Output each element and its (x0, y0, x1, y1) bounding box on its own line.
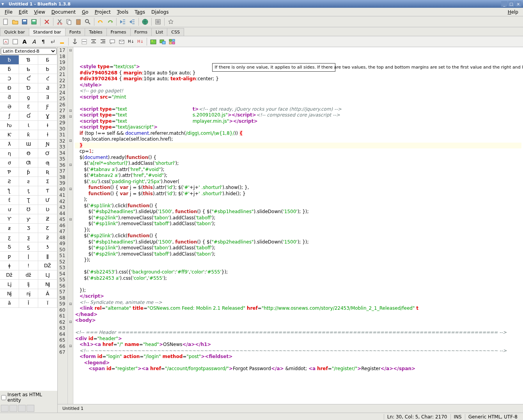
menu-edit[interactable]: Edit (16, 9, 31, 16)
char-cell[interactable]: Ǝ (38, 93, 57, 102)
char-cell[interactable]: ǂ (0, 261, 19, 270)
char-cell[interactable]: Ɗ (19, 83, 38, 92)
char-cell[interactable]: Ƈ (19, 74, 38, 83)
char-cell[interactable]: ƒ (0, 111, 19, 120)
nbsp-icon[interactable] (58, 37, 66, 46)
center-icon[interactable] (89, 37, 98, 46)
char-cell[interactable]: ƍ (19, 93, 38, 102)
char-cell[interactable]: Ƹ (38, 224, 57, 233)
char-cell[interactable]: ǀ (19, 252, 38, 261)
cut-icon[interactable] (55, 18, 64, 26)
char-cell[interactable]: Ǎ (38, 289, 57, 298)
charset-select[interactable]: Latin Extended-B (1, 48, 57, 55)
tab-css[interactable]: CSS (167, 28, 184, 36)
find-icon[interactable] (83, 18, 92, 26)
char-cell[interactable]: Ʊ (19, 205, 38, 214)
char-cell[interactable]: ƙ (19, 130, 38, 139)
char-cell[interactable]: ǈ (0, 280, 19, 289)
char-cell[interactable]: Ǆ (38, 261, 57, 270)
bold-icon[interactable]: A (20, 37, 29, 46)
char-cell[interactable]: Ƥ (0, 168, 19, 176)
undo-icon[interactable] (96, 18, 105, 26)
char-cell[interactable]: ƹ (0, 233, 19, 242)
menu-help[interactable]: Help (505, 9, 521, 16)
image-icon[interactable] (149, 37, 158, 46)
char-cell[interactable]: ƕ (0, 121, 19, 130)
char-cell[interactable]: ƿ (0, 252, 19, 261)
char-cell[interactable]: Ɣ (38, 111, 57, 120)
char-cell[interactable]: ƪ (0, 186, 19, 195)
paste-icon[interactable] (74, 18, 83, 26)
char-cell[interactable]: Ʀ (38, 168, 57, 176)
font-icon[interactable]: H↓ (127, 37, 135, 46)
char-cell[interactable]: Ɵ (19, 149, 38, 158)
insert-html-entity-checkbox[interactable]: Insert as HTML entity (0, 391, 57, 404)
hrule-icon[interactable] (80, 37, 89, 46)
comment-icon[interactable] (108, 37, 117, 46)
basefont-icon[interactable]: H↓ (136, 37, 145, 46)
char-cell[interactable]: ǐ (38, 298, 57, 307)
char-cell[interactable]: ƽ (19, 242, 38, 251)
tab-tables[interactable]: Tables (85, 28, 106, 36)
char-cell[interactable]: ǌ (19, 289, 38, 298)
char-cell[interactable]: Ɨ (38, 121, 57, 130)
unindent-icon[interactable] (119, 18, 127, 26)
tab-forms[interactable]: Forms (130, 28, 152, 36)
save-icon[interactable] (20, 18, 29, 26)
char-cell[interactable]: Ƽ (0, 242, 19, 251)
filebrowser-icon[interactable] (1, 405, 9, 412)
minimize-button[interactable]: _ (501, 1, 507, 7)
thumbnail-icon[interactable] (158, 37, 167, 46)
browser-preview-icon[interactable] (141, 18, 149, 26)
quickstart-icon[interactable] (2, 37, 10, 46)
char-cell[interactable]: Ƅ (19, 65, 38, 74)
fullscreen-icon[interactable] (154, 18, 162, 26)
anchor-icon[interactable] (71, 37, 79, 46)
email-icon[interactable] (117, 37, 126, 46)
preferences-icon[interactable] (167, 18, 175, 26)
copy-icon[interactable] (65, 18, 73, 26)
char-cell[interactable]: ƺ (19, 233, 38, 242)
close-doc-icon[interactable] (43, 18, 51, 26)
save-as-icon[interactable] (30, 18, 38, 26)
char-cell[interactable]: ƞ (0, 149, 19, 158)
char-cell[interactable]: ƴ (19, 214, 38, 223)
bookmarks-icon[interactable] (9, 405, 17, 412)
char-cell[interactable]: ǁ (38, 252, 57, 261)
tab-fonts[interactable]: Fonts (65, 28, 85, 36)
tab-standard-bar[interactable]: Standard bar (29, 28, 66, 36)
multi-thumbnail-icon[interactable] (168, 37, 176, 46)
char-cell[interactable]: Ƙ (0, 130, 19, 139)
char-cell[interactable]: ƥ (19, 168, 38, 176)
fold-column[interactable]: ⊟⊟⊟⊟⊟⊟⊟⊟⊟⊟ (68, 47, 73, 404)
body-icon[interactable] (11, 37, 20, 46)
menu-dialogs[interactable]: Dialogs (148, 9, 172, 16)
char-cell[interactable]: Ɔ (0, 74, 19, 83)
char-cell[interactable]: Ɯ (19, 139, 38, 148)
tab-list[interactable]: List (151, 28, 167, 36)
char-cell[interactable]: Ƌ (38, 83, 57, 92)
char-cell[interactable]: ƃ (0, 65, 19, 74)
maximize-button[interactable]: □ (508, 1, 514, 7)
char-cell[interactable]: ǃ (19, 261, 38, 270)
char-cell[interactable]: Ɩ (19, 121, 38, 130)
char-cell[interactable]: Ơ (38, 149, 57, 158)
char-cell[interactable]: ǉ (19, 280, 38, 289)
code-editor[interactable]: If there is only one value, it applies t… (73, 47, 523, 404)
char-cell[interactable]: Ʋ (38, 205, 57, 214)
char-cell[interactable]: Ǉ (38, 270, 57, 279)
char-cell[interactable]: ƣ (38, 158, 57, 167)
char-cell[interactable]: Ƨ (0, 177, 19, 186)
rightalign-icon[interactable] (99, 37, 107, 46)
char-cell[interactable]: Ɛ (19, 102, 38, 111)
menu-tools[interactable]: Tools (114, 9, 132, 16)
char-cell[interactable]: ǆ (19, 270, 38, 279)
char-cell[interactable]: ƨ (19, 177, 38, 186)
char-cell[interactable]: Ǌ (38, 280, 57, 289)
menu-tags[interactable]: Tags (131, 9, 148, 16)
break-icon[interactable] (48, 37, 57, 46)
char-cell[interactable]: ƀ (0, 55, 19, 64)
menu-document[interactable]: Document (48, 9, 79, 16)
char-cell[interactable]: Ɖ (0, 83, 19, 92)
char-cell[interactable]: Ƃ (38, 55, 57, 64)
